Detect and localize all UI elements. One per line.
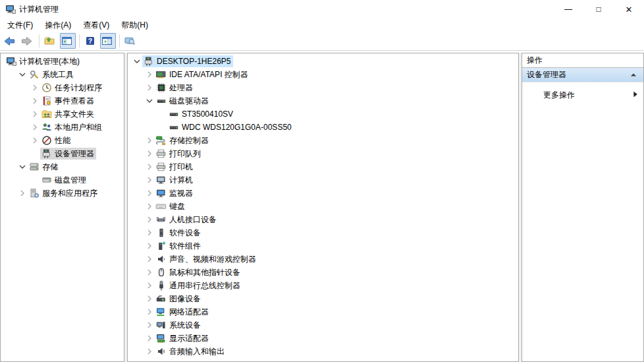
- chevron-right-icon[interactable]: [144, 201, 155, 212]
- minimize-button[interactable]: —: [553, 0, 583, 18]
- chevron-right-icon[interactable]: [144, 320, 155, 330]
- menu-action[interactable]: 操作(A): [39, 18, 77, 32]
- tree-item[interactable]: 声音、视频和游戏控制器: [128, 253, 518, 266]
- tree-node[interactable]: 打印机: [155, 161, 195, 173]
- chevron-right-icon[interactable]: [144, 307, 155, 317]
- chevron-right-icon[interactable]: [144, 82, 155, 93]
- tree-node[interactable]: 打印队列: [155, 148, 203, 160]
- tree-node[interactable]: 鼠标和其他指针设备: [155, 266, 242, 278]
- tree-node[interactable]: WDC WDS120G1G0A-00SS50: [167, 121, 294, 133]
- tree-item[interactable]: 计算机管理(本地): [1, 55, 124, 68]
- tree-item[interactable]: 服务和应用程序: [1, 187, 124, 200]
- chevron-right-icon[interactable]: [144, 135, 155, 146]
- tree-node[interactable]: 图像设备: [155, 293, 203, 305]
- tree-node[interactable]: 磁盘管理: [40, 174, 88, 186]
- tree-node[interactable]: 软件设备: [155, 227, 203, 239]
- tree-node[interactable]: 显示适配器: [155, 332, 211, 344]
- tree-node[interactable]: 计算机: [155, 174, 195, 186]
- tree-item[interactable]: 键盘: [128, 200, 518, 213]
- tree-item[interactable]: 磁盘驱动器: [128, 94, 518, 107]
- chevron-right-icon[interactable]: [144, 188, 155, 198]
- tree-node[interactable]: 系统工具: [28, 69, 76, 80]
- tree-item[interactable]: 存储: [1, 160, 124, 173]
- tree-item[interactable]: 存储控制器: [128, 134, 518, 147]
- tree-node[interactable]: 声音、视频和游戏控制器: [155, 253, 258, 265]
- chevron-right-icon[interactable]: [17, 188, 28, 198]
- tree-node[interactable]: 网络适配器: [155, 306, 211, 318]
- tree-item[interactable]: 监视器: [128, 187, 518, 200]
- chevron-down-icon[interactable]: [144, 96, 155, 106]
- tree-item[interactable]: 网络适配器: [128, 305, 518, 318]
- chevron-right-icon[interactable]: [144, 175, 155, 185]
- show-console-tree-button[interactable]: [60, 33, 76, 49]
- chevron-down-icon[interactable]: [132, 56, 142, 67]
- tree-item[interactable]: 通用串行总线控制器: [128, 279, 518, 292]
- menu-help[interactable]: 帮助(H): [115, 18, 154, 32]
- tree-node[interactable]: 任务计划程序: [40, 82, 104, 94]
- chevron-right-icon[interactable]: [30, 122, 40, 133]
- show-action-pane-button[interactable]: [100, 33, 116, 49]
- tree-node[interactable]: 系统设备: [155, 319, 203, 331]
- chevron-right-icon[interactable]: [144, 162, 155, 172]
- tree-item[interactable]: 计算机: [128, 173, 518, 187]
- tree-item[interactable]: WDC WDS120G1G0A-00SS50: [128, 121, 518, 134]
- tree-node[interactable]: 存储控制器: [155, 135, 211, 146]
- chevron-right-icon[interactable]: [144, 333, 155, 344]
- chevron-right-icon[interactable]: [144, 227, 155, 238]
- forward-arrow-button[interactable]: [20, 33, 36, 49]
- help-button[interactable]: ?: [83, 33, 99, 49]
- tree-node[interactable]: 事件查看器: [40, 95, 96, 107]
- chevron-right-icon[interactable]: [30, 82, 40, 93]
- tree-node[interactable]: 音频输入和输出: [155, 346, 227, 357]
- tree-item[interactable]: 音频输入和输出: [128, 345, 518, 358]
- tree-node[interactable]: 计算机管理(本地): [5, 55, 82, 67]
- tree-item[interactable]: 系统工具: [1, 68, 124, 81]
- tree-node[interactable]: 服务和应用程序: [28, 187, 99, 199]
- tree-node[interactable]: 本地用户和组: [40, 121, 104, 133]
- tree-node[interactable]: 监视器: [155, 187, 195, 199]
- tree-item[interactable]: 事件查看器: [1, 94, 124, 107]
- chevron-right-icon[interactable]: [144, 254, 155, 264]
- tree-node[interactable]: 存储: [28, 161, 60, 173]
- tree-node[interactable]: 磁盘驱动器: [155, 95, 211, 107]
- tree-item[interactable]: 图像设备: [128, 292, 518, 305]
- tree-item[interactable]: 共享文件夹: [1, 107, 124, 121]
- tree-node[interactable]: 软件组件: [155, 240, 203, 252]
- tree-item[interactable]: 人机接口设备: [128, 213, 518, 226]
- tree-node[interactable]: 键盘: [155, 200, 187, 212]
- tree-node[interactable]: 处理器: [155, 82, 195, 94]
- chevron-right-icon[interactable]: [144, 148, 155, 159]
- tree-item[interactable]: ST3500410SV: [128, 107, 518, 121]
- chevron-right-icon[interactable]: [30, 135, 40, 146]
- collapse-triangle-icon[interactable]: [630, 71, 637, 80]
- chevron-right-icon[interactable]: [30, 109, 40, 119]
- chevron-right-icon[interactable]: [144, 267, 155, 278]
- tree-item[interactable]: 显示适配器: [128, 332, 518, 345]
- tree-item[interactable]: 设备管理器: [1, 147, 124, 160]
- tree-node[interactable]: ST3500410SV: [167, 108, 235, 120]
- menu-view[interactable]: 查看(V): [77, 18, 115, 32]
- chevron-right-icon[interactable]: [144, 241, 155, 251]
- chevron-down-icon[interactable]: [17, 162, 28, 172]
- tree-node[interactable]: 人机接口设备: [155, 214, 219, 226]
- maximize-button[interactable]: □: [583, 0, 614, 18]
- tree-item[interactable]: 本地用户和组: [1, 121, 124, 134]
- tree-node[interactable]: 通用串行总线控制器: [155, 280, 242, 291]
- menu-file[interactable]: 文件(F): [1, 18, 39, 32]
- tree-item[interactable]: 性能: [1, 134, 124, 147]
- tree-item[interactable]: 任务计划程序: [1, 81, 124, 94]
- tree-item[interactable]: 软件设备: [128, 226, 518, 239]
- tree-item[interactable]: 软件组件: [128, 239, 518, 253]
- chevron-down-icon[interactable]: [17, 69, 28, 80]
- tree-node[interactable]: 共享文件夹: [40, 108, 96, 120]
- more-actions[interactable]: 更多操作: [522, 88, 643, 102]
- tree-item[interactable]: 鼠标和其他指针设备: [128, 266, 518, 279]
- tree-item[interactable]: 处理器: [128, 81, 518, 94]
- tree-item[interactable]: IDE ATA/ATAPI 控制器: [128, 68, 518, 81]
- chevron-right-icon[interactable]: [30, 96, 40, 106]
- tree-node[interactable]: IDE ATA/ATAPI 控制器: [155, 69, 250, 80]
- tree-node[interactable]: 设备管理器: [40, 148, 96, 160]
- tree-item[interactable]: 打印队列: [128, 147, 518, 160]
- tree-item[interactable]: DESKTOP-1HE26P5: [128, 55, 518, 68]
- chevron-right-icon[interactable]: [144, 69, 155, 80]
